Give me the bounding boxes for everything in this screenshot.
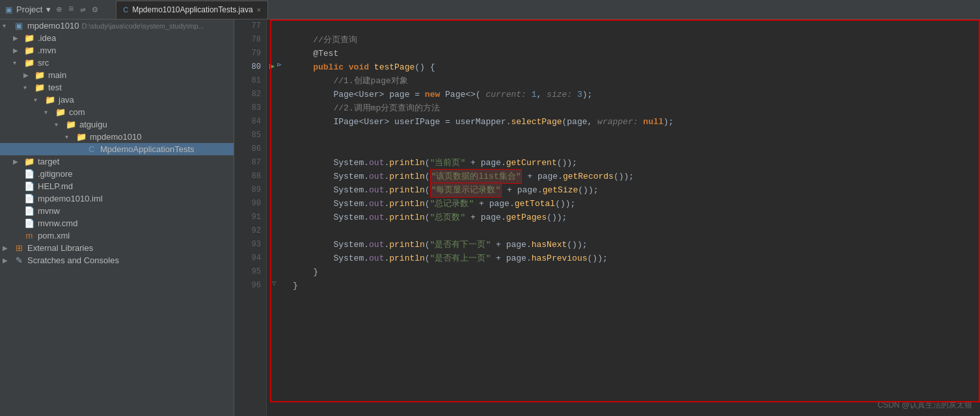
getrecords-88: getRecords [563, 170, 614, 183]
sidebar-item-gitignore[interactable]: 📄 .gitignore [0, 168, 234, 180]
sidebar-item-java[interactable]: ▾ 📁 java [0, 94, 234, 106]
sidebar-item-mvnwcmd[interactable]: 📄 mvnw.cmd [0, 217, 234, 229]
ln-78: 78 [239, 33, 261, 47]
project-sidebar: ▾ ▣ mpdemo1010 D:\study\java\code\system… [0, 20, 234, 416]
ln-84: 84 [239, 115, 261, 129]
paren-open: () { [415, 60, 435, 74]
file-icon: 📄 [23, 169, 35, 179]
sidebar-item-src[interactable]: ▾ 📁 src [0, 57, 234, 69]
out-91: out [369, 211, 384, 224]
ln-81: 81 [239, 74, 261, 88]
arrow-icon: ▾ [34, 96, 44, 103]
annotation-79: @Test [293, 47, 338, 60]
class-icon: C [86, 144, 98, 154]
code-line-79: @Test [293, 47, 973, 60]
gettotal-90: getTotal [515, 197, 555, 211]
method-testpage: testPage [374, 60, 415, 74]
sidebar-label: Scratches and Consoles [27, 255, 119, 265]
println-method-93: println [389, 238, 425, 252]
args-open: (page, [562, 115, 598, 129]
ln-93: 93 [239, 238, 261, 252]
sidebar-label: pom.xml [38, 231, 70, 240]
sidebar-item-pomxml[interactable]: m pom.xml [0, 229, 234, 242]
comment-83: //2.调用mp分页查询的方法 [293, 101, 440, 115]
p91-open: ( [425, 211, 430, 224]
str-89-highlighted: "每页显示记录数" [430, 183, 502, 198]
p91-plus: + page. [465, 211, 506, 224]
sidebar-item-helpmd[interactable]: 📄 HELP.md [0, 180, 234, 192]
dot-94: . [384, 252, 389, 265]
sidebar-item-atguigu[interactable]: ▾ 📁 atguigu [0, 118, 234, 131]
tab-close-button[interactable]: × [257, 6, 261, 14]
code-line-88: System. out . println ( "该页数据的list集合" + … [293, 170, 973, 183]
ln-83: 83 [239, 101, 261, 115]
brace-95: } [293, 265, 318, 279]
sidebar-label: MpdemoApplicationTests [100, 144, 195, 154]
kw-null: null [643, 115, 663, 129]
arrow-placeholder [13, 195, 23, 202]
sidebar-item-target[interactable]: ▶ 📁 target [0, 155, 234, 168]
hint-wrapper: wrapper: [597, 115, 643, 129]
iml-file-icon: 📄 [23, 194, 35, 203]
icon-settings[interactable]: ⚙ [92, 4, 98, 15]
p94-open: ( [425, 252, 430, 265]
code-content[interactable]: //分页查询 @Test public void testPage () { [286, 20, 980, 416]
project-menu[interactable]: ▣ Project ▾ [5, 5, 51, 14]
arrow-icon: ▾ [55, 121, 65, 128]
sidebar-item-iml[interactable]: 📄 mpdemo1010.iml [0, 192, 234, 205]
tab-mpdemo-tests[interactable]: C Mpdemo1010ApplicationTests.java × [116, 1, 268, 19]
folder-icon: 📁 [23, 58, 35, 68]
folder-icon: 📁 [75, 132, 87, 142]
mvnwcmd-file-icon: 📄 [23, 218, 35, 228]
ln-95: 95 [239, 265, 261, 279]
arrow-icon: ▾ [23, 84, 34, 91]
out-94: out [369, 252, 384, 265]
folder-icon: 📁 [34, 70, 46, 80]
code-line-94: System. out . println ( "是否有上一页" + page.… [293, 252, 973, 265]
sidebar-item-mvnw[interactable]: 📄 mvnw [0, 205, 234, 217]
sidebar-item-mpdemo1010pkg[interactable]: ▾ 📁 mpdemo1010 [0, 131, 234, 143]
sidebar-item-mpdemo-tests-file[interactable]: C MpdemoApplicationTests [0, 143, 234, 155]
library-icon: ⊞ [13, 243, 25, 253]
ln-82: 82 [239, 88, 261, 101]
dot-93: . [384, 238, 389, 252]
sidebar-item-mvn[interactable]: ▶ 📁 .mvn [0, 44, 234, 57]
p87-open: ( [425, 156, 430, 170]
path-label: D:\study\java\code\system_study\mp... [82, 22, 204, 30]
sidebar-item-mpdemo1010[interactable]: ▾ ▣ mpdemo1010 D:\study\java\code\system… [0, 20, 234, 32]
code-line-84: IPage<User> userIPage = userMapper. sele… [293, 115, 973, 129]
sidebar-item-test[interactable]: ▾ 📁 test [0, 81, 234, 94]
sidebar-label: atguigu [79, 120, 107, 129]
sidebar-item-com[interactable]: ▾ 📁 com [0, 106, 234, 118]
code-editor[interactable]: 77 78 79 80 81 82 83 84 85 86 87 88 89 9… [234, 20, 980, 416]
sys-91: System. [293, 211, 369, 224]
arrow-icon: ▾ [13, 59, 23, 66]
sidebar-label: mpdemo1010 [27, 21, 79, 31]
java-file-icon: C [123, 6, 128, 14]
arrow-icon: ▾ [65, 133, 75, 140]
sidebar-item-idea[interactable]: ▶ 📁 .idea [0, 32, 234, 44]
ln-91: 91 [239, 211, 261, 224]
sidebar-item-scratches[interactable]: ▶ ✎ Scratches and Consoles [0, 254, 234, 266]
sidebar-item-main[interactable]: ▶ 📁 main [0, 69, 234, 81]
icon-new-tab[interactable]: ⊕ [56, 4, 61, 15]
sidebar-item-external-libraries[interactable]: ▶ ⊞ External Libraries [0, 242, 234, 254]
sidebar-label: target [38, 157, 59, 166]
p93-plus: + page. [491, 238, 531, 252]
icon-list[interactable]: ≡ [68, 4, 74, 15]
folder-icon: 📁 [23, 33, 35, 43]
tab-label: Mpdemo1010ApplicationTests.java [132, 5, 252, 14]
str-94: "是否有上一页" [430, 252, 491, 265]
fold-icon-bottom[interactable]: ▽ [272, 279, 277, 287]
run-icon[interactable]: ▶ [269, 60, 275, 72]
code-line-80: public void testPage () { [293, 60, 973, 74]
arrow-icon: ▶ [3, 244, 13, 252]
sys-89: System. [293, 183, 369, 197]
ln-79: 79 [239, 47, 261, 60]
code-area: 77 78 79 80 81 82 83 84 85 86 87 88 89 9… [234, 20, 980, 416]
icon-split[interactable]: ⇌ [80, 4, 85, 15]
code-line-83: //2.调用mp分页查询的方法 [293, 101, 973, 115]
str-90: "总记录数" [430, 197, 474, 211]
ln-96: 96 [239, 279, 261, 292]
arrow-icon: ▾ [44, 109, 55, 116]
